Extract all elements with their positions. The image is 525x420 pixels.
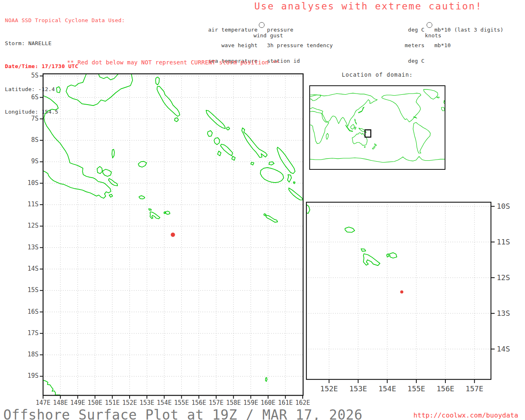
world-location-inset-map (310, 86, 445, 169)
coastline-makira (289, 188, 303, 200)
legend-wave-height: wave height (172, 43, 258, 48)
main-map-lat-label-8S: 8S (24, 136, 39, 144)
main-map-lat-label-14S: 14S (24, 265, 39, 272)
main-map-lon-label-160E: 160E (259, 399, 277, 406)
zoom-inset-frame (306, 202, 491, 379)
coastline-png-mainland-coast (43, 96, 111, 198)
legend-unit-degc-sea: deg C (377, 59, 425, 64)
coastline-malaita (277, 147, 295, 173)
coastline-umboi (57, 87, 60, 93)
coastline-russell-islands (251, 162, 254, 165)
zoom-inset-lon-label-156E: 156E (434, 384, 457, 393)
coastline-scandinavia (310, 95, 321, 101)
coastline-ulawa (293, 182, 295, 184)
storm-position-dot[interactable] (171, 233, 175, 237)
coastline-rossel-islet (164, 212, 165, 214)
coastline-new-britain (66, 74, 132, 105)
station-circle-icon (259, 22, 265, 28)
storm-name-line: Storm: NARELLE (5, 40, 125, 48)
coastline-woodlark (138, 161, 146, 167)
coastline-tagula-islet (148, 209, 151, 210)
main-map-lon-label-159E: 159E (242, 399, 260, 406)
coastline-rendova (217, 151, 221, 156)
coastline-tasmania (364, 147, 365, 148)
main-map-lat-label-19S: 19S (24, 372, 39, 379)
coastline-madagascar (326, 133, 329, 139)
noaa-source-line: NOAA SSD Tropical Cyclone Data Used: (5, 17, 125, 25)
legend-unit-mb10: mb*10 (434, 43, 504, 48)
zoom-inset-lon-label-157E: 157E (463, 384, 486, 393)
main-map-lon-label-153E: 153E (138, 399, 156, 406)
main-map-lat-label-12S: 12S (24, 222, 39, 229)
main-map-lon-label-158E: 158E (224, 399, 242, 406)
coastline-goodenough (97, 167, 103, 173)
zoom-inset-lat-label-11S: 11S (497, 237, 515, 246)
main-map-lon-label-152E: 152E (121, 399, 139, 406)
main-map-lon-label-157E: 157E (207, 399, 225, 406)
caution-title: Use analyses with extreme caution! (254, 1, 466, 11)
main-map-lat-label-7S: 7S (24, 115, 39, 122)
coastline-vella-lavella (208, 131, 212, 137)
coastline-iberia (441, 107, 445, 111)
zoom-inset-lon-label-153E: 153E (347, 384, 370, 393)
main-map-lat-label-11S: 11S (24, 201, 39, 208)
coastline-antarctica (310, 156, 445, 162)
main-surface-map (43, 74, 303, 395)
coastline-buka (155, 77, 159, 85)
coastline-choiseul-islet (226, 127, 230, 130)
coastline-guadalcanal (260, 168, 284, 183)
domain-box (365, 130, 371, 137)
main-map-lon-label-154E: 154E (155, 399, 173, 406)
legend-unit-degc-air: deg C (377, 27, 425, 33)
coastline-kiriwina (112, 149, 114, 158)
main-map-lat-label-6S: 6S (24, 94, 39, 101)
main-map-lon-label-147E: 147E (34, 399, 52, 406)
main-map-lat-label-9S: 9S (24, 158, 39, 165)
coastline-shortland (175, 118, 178, 121)
zoom-inset-lat-label-12S: 12S (497, 273, 515, 282)
main-map-lat-label-15S: 15S (24, 286, 39, 294)
main-map-lon-label-155E: 155E (173, 399, 191, 406)
station-circle-icon (427, 22, 432, 28)
coastline-corner-sliver (306, 205, 310, 214)
coastline-misima (345, 227, 354, 233)
coastline-tagula (150, 212, 160, 219)
coastline-borneo (351, 124, 354, 129)
main-map-lat-label-5S: 5S (24, 72, 39, 79)
coastline-sulawesi (355, 127, 356, 130)
coastline-bougainville (157, 86, 180, 116)
main-map-lon-label-162E: 162E (294, 399, 312, 406)
coastline-rossel (166, 211, 170, 215)
world-inset-frame (310, 86, 445, 169)
storm-position-dot-inset[interactable] (400, 290, 404, 294)
main-map-lat-label-10S: 10S (24, 179, 39, 187)
source-url-link[interactable]: http://coolwx.com/buoydata (413, 411, 518, 419)
coastline-kolombangara (214, 138, 220, 145)
storm-position-warning: ** Red dot below may NOT represent CURRE… (43, 59, 303, 66)
main-map-lon-label-156E: 156E (190, 399, 208, 406)
plot-title: Offshore Surface Plot at 19Z / MAR 17, 2… (3, 407, 363, 420)
main-map-lon-label-148E: 148E (51, 399, 69, 406)
legend-pressure-tendency: 3h pressure tendency (267, 43, 333, 48)
coastline-new-zealand-north (374, 144, 377, 146)
main-map-lat-label-18S: 18S (24, 351, 39, 358)
world-inset-title: Location of domain: (310, 71, 445, 78)
coastline-australia-queensland-coast (43, 380, 60, 395)
coastline-rossel (390, 253, 397, 258)
coastline-eurasia (310, 93, 377, 126)
coastline-greenland (424, 89, 438, 99)
coastline-normanby (109, 178, 118, 186)
main-map-lat-label-17S: 17S (24, 329, 39, 337)
zoom-inset-lat-label-14S: 14S (497, 345, 515, 353)
coastline-florida-islands (269, 162, 274, 165)
coastline-choiseul (206, 110, 226, 129)
coastline-philippines (355, 119, 357, 124)
legend-unit-mb10-last3: mb*10 (last 3 digits) (434, 27, 504, 33)
legend-unit-knots: knots (425, 32, 441, 39)
units-legend-right-column: mb*10 (last 3 digits) mb*10 (434, 17, 504, 53)
coastline-new-georgia (221, 144, 233, 156)
coastline-islet-19s (265, 378, 267, 381)
coastline-sideia (109, 194, 112, 197)
units-legend-left-column: deg C meters deg C (377, 17, 425, 69)
coastline-south-america (413, 123, 430, 153)
